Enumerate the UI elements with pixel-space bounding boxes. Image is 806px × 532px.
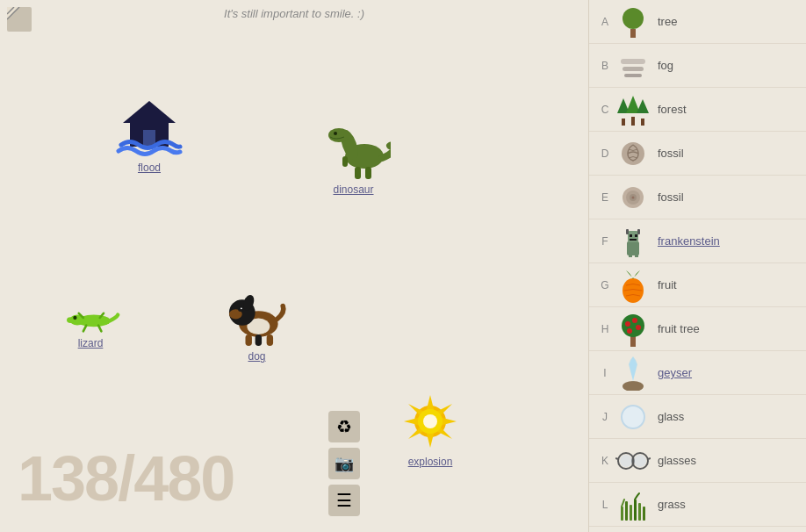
svg-rect-35 <box>621 59 645 64</box>
svg-line-71 <box>615 458 618 459</box>
camera-button[interactable]: 📷 <box>328 448 360 479</box>
sidebar-label-k: glasses <box>658 454 696 467</box>
header-message-text: It's still important to smile. :) <box>224 7 364 20</box>
svg-rect-80 <box>643 507 645 521</box>
svg-rect-76 <box>625 501 628 521</box>
svg-point-9 <box>328 128 349 142</box>
svg-point-65 <box>622 381 644 391</box>
svg-rect-54 <box>635 234 637 237</box>
svg-rect-42 <box>641 119 644 126</box>
svg-rect-77 <box>630 505 632 521</box>
svg-point-17 <box>73 316 76 320</box>
sidebar-item-g[interactable]: G fruit <box>589 263 806 307</box>
svg-point-48 <box>632 196 635 198</box>
score-display: 138/480 <box>18 442 234 514</box>
sidebar-item-f[interactable]: F frankenstein <box>589 219 806 263</box>
sidebar-letter-l: L <box>596 499 614 511</box>
svg-rect-40 <box>631 117 635 126</box>
sidebar-icon-fossil2 <box>614 180 652 215</box>
svg-rect-33 <box>630 29 636 38</box>
sidebar-icon-tree <box>614 4 652 40</box>
sidebar-label-l: grass <box>658 498 686 511</box>
sidebar-icon-glasses <box>614 443 652 478</box>
sidebar-item-j[interactable]: J glass <box>589 395 806 439</box>
svg-point-16 <box>67 317 75 323</box>
svg-rect-75 <box>621 507 623 521</box>
canvas-item-flood[interactable]: flood <box>114 97 184 174</box>
sidebar-icon-forest <box>614 92 652 127</box>
sidebar-item-l[interactable]: L grass <box>589 483 806 527</box>
sidebar-item-d[interactable]: D fossil <box>589 132 806 176</box>
sidebar-item-e[interactable]: E fossil <box>589 176 806 219</box>
dog-label: dog <box>224 350 290 363</box>
sidebar-icon-frankenstein <box>614 224 652 259</box>
svg-rect-28 <box>267 334 273 346</box>
svg-point-61 <box>625 321 630 327</box>
svg-point-23 <box>238 307 243 313</box>
sidebar-letter-e: E <box>596 191 614 204</box>
svg-rect-27 <box>255 334 262 346</box>
sidebar-icon-geyser <box>614 356 652 391</box>
svg-marker-4 <box>123 101 176 123</box>
svg-rect-51 <box>626 229 629 234</box>
svg-rect-12 <box>365 167 371 179</box>
sidebar-letter-d: D <box>596 147 614 160</box>
sidebar-item-k[interactable]: K glasses <box>589 439 806 483</box>
sidebar-item-a[interactable]: A tree <box>589 0 806 44</box>
canvas-item-lizard[interactable]: lizard <box>60 307 121 349</box>
sidebar-item-h[interactable]: H fruit tree <box>589 307 806 351</box>
sidebar-letter-g: G <box>596 279 614 291</box>
sidebar-item-i[interactable]: I geyser <box>589 351 806 395</box>
canvas-item-explosion[interactable]: explosion <box>399 391 461 468</box>
sidebar-item-b[interactable]: B fog <box>589 44 806 88</box>
sidebar-letter-j: J <box>596 411 614 423</box>
svg-point-73 <box>620 455 632 467</box>
lizard-label: lizard <box>60 337 121 349</box>
svg-rect-37 <box>624 74 642 77</box>
svg-rect-26 <box>246 334 252 346</box>
recycle-button[interactable]: ♻ <box>328 411 360 442</box>
main-canvas[interactable]: It's still important to smile. :) flood <box>0 0 588 532</box>
sidebar-letter-i: I <box>596 367 614 379</box>
sidebar-letter-b: B <box>596 60 614 72</box>
sidebar-letter-k: K <box>596 455 614 467</box>
sidebar-label-h: fruit tree <box>658 322 700 335</box>
sidebar-icon-grass <box>614 487 652 522</box>
menu-button[interactable]: ☰ <box>328 485 360 516</box>
sidebar-label-f[interactable]: frankenstein <box>658 234 720 248</box>
dinosaur-label: dinosaur <box>316 183 391 196</box>
svg-point-24 <box>241 307 242 309</box>
sidebar-label-b: fog <box>658 59 673 72</box>
svg-rect-38 <box>622 119 625 126</box>
svg-rect-13 <box>342 156 348 167</box>
svg-point-32 <box>423 414 437 428</box>
canvas-item-dinosaur[interactable]: dinosaur <box>316 123 391 196</box>
sidebar-label-e: fossil <box>658 191 684 204</box>
score-text: 138/480 <box>18 443 234 514</box>
sidebar-label-i[interactable]: geyser <box>658 366 692 379</box>
sidebar-letter-c: C <box>596 104 614 116</box>
svg-rect-55 <box>630 239 637 241</box>
svg-point-60 <box>622 314 644 337</box>
svg-rect-78 <box>634 500 637 521</box>
svg-point-64 <box>627 328 632 334</box>
sidebar-icon-fruit <box>614 268 652 303</box>
svg-rect-52 <box>637 229 640 234</box>
svg-rect-59 <box>630 336 636 347</box>
svg-point-74 <box>634 455 646 467</box>
canvas-toolbar: ♻ 📷 ☰ <box>328 411 360 516</box>
sidebar-item-c[interactable]: C forest <box>589 88 806 132</box>
sidebar-icon-fruit-tree <box>614 312 652 347</box>
sidebar-letter-h: H <box>596 323 614 335</box>
svg-point-62 <box>632 318 637 323</box>
sidebar: A tree B fog C <box>588 0 806 532</box>
sidebar-label-j: glass <box>658 410 684 423</box>
svg-point-63 <box>636 325 641 330</box>
sidebar-icon-glass <box>614 399 652 435</box>
sidebar-label-g: fruit <box>658 278 677 291</box>
flood-label: flood <box>114 162 184 174</box>
sidebar-label-d: fossil <box>658 147 684 160</box>
svg-rect-79 <box>638 503 641 521</box>
canvas-item-dog[interactable]: dog <box>224 290 290 363</box>
sidebar-label-a: tree <box>658 15 677 28</box>
